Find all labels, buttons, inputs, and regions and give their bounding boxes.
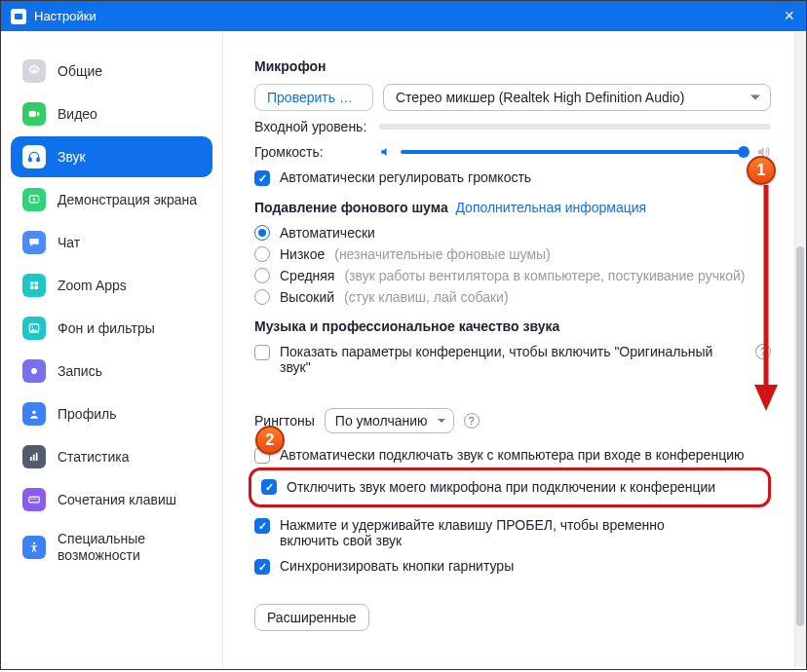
- sidebar-item-label: Запись: [58, 363, 102, 380]
- sidebar-item-recording[interactable]: Запись: [11, 351, 212, 392]
- auto-volume-checkbox[interactable]: [254, 170, 270, 186]
- sidebar-item-background[interactable]: Фон и фильтры: [11, 308, 212, 349]
- svg-point-12: [32, 411, 36, 415]
- accessibility-icon: [22, 536, 46, 559]
- arrow-down-icon: [747, 185, 786, 414]
- speaker-low-icon: [379, 145, 393, 159]
- help-icon[interactable]: ?: [464, 413, 480, 429]
- auto-volume-label: Автоматически регулировать громкость: [280, 169, 531, 185]
- svg-rect-2: [29, 158, 31, 162]
- chevron-down-icon: [438, 419, 445, 423]
- keyboard-icon: [22, 488, 46, 511]
- svg-rect-7: [30, 286, 34, 290]
- noise-option-label: Высокий: [280, 289, 334, 305]
- sidebar-item-zoom-apps[interactable]: Zoom Apps: [11, 265, 212, 306]
- noise-option-medium[interactable]: Средняя (звук работы вентилятора в компь…: [254, 268, 771, 283]
- noise-suppression-heading: Подавление фонового шума Дополнительная …: [254, 200, 771, 215]
- noise-option-label: Низкое: [280, 246, 325, 262]
- share-screen-icon: [22, 188, 46, 211]
- gear-icon: [22, 59, 46, 83]
- sidebar-item-label: Фон и фильтры: [58, 320, 155, 337]
- svg-rect-18: [33, 499, 34, 500]
- svg-rect-5: [30, 281, 34, 285]
- settings-panel: Микрофон Проверить м… Стерео микшер (Rea…: [223, 31, 806, 669]
- mute-on-join-label: Отключить звук моего микрофона при подкл…: [287, 479, 715, 495]
- noise-option-high[interactable]: Высокий (стук клавиш, лай собаки): [254, 289, 771, 305]
- mute-on-join-checkbox[interactable]: [261, 479, 277, 495]
- sidebar-item-audio[interactable]: Звук: [11, 136, 212, 177]
- ringtone-select[interactable]: По умолчанию: [325, 408, 454, 433]
- sync-headset-checkbox[interactable]: [254, 559, 270, 575]
- noise-option-auto[interactable]: Автоматически: [254, 225, 771, 241]
- input-level-meter: [379, 124, 771, 130]
- highlight-mute-on-join: Отключить звук моего микрофона при подкл…: [249, 467, 771, 507]
- noise-more-info-link[interactable]: Дополнительная информация: [455, 200, 646, 215]
- svg-point-11: [31, 368, 37, 374]
- space-unmute-label: Нажмите и удерживайте клавишу ПРОБЕЛ, чт…: [280, 517, 709, 548]
- advanced-button[interactable]: Расширенные: [254, 604, 369, 631]
- close-icon[interactable]: ×: [784, 7, 794, 24]
- app-icon: [11, 9, 26, 24]
- chat-icon: [22, 231, 46, 254]
- volume-slider[interactable]: [401, 150, 748, 154]
- sidebar-item-profile[interactable]: Профиль: [11, 393, 212, 434]
- radio-icon: [254, 246, 270, 262]
- sidebar-item-label: Статистика: [58, 449, 130, 466]
- sidebar-item-label: Профиль: [58, 406, 116, 423]
- sidebar-item-statistics[interactable]: Статистика: [11, 436, 212, 477]
- svg-rect-13: [30, 457, 32, 461]
- svg-point-20: [33, 542, 35, 544]
- background-icon: [22, 317, 46, 340]
- mic-device-select[interactable]: Стерео микшер (Realtek High Definition A…: [383, 84, 771, 111]
- sidebar-item-label: Демонстрация экрана: [58, 192, 197, 208]
- microphone-heading: Микрофон: [254, 58, 771, 74]
- sidebar-item-share-screen[interactable]: Демонстрация экрана: [11, 179, 212, 220]
- sidebar-item-label: Видео: [58, 106, 97, 123]
- title-bar: Настройки ×: [0, 0, 807, 31]
- input-level-label: Входной уровень:: [254, 119, 379, 134]
- svg-marker-22: [754, 385, 778, 411]
- window-body: Общие Видео Звук Демонстрация экрана Чат: [0, 31, 807, 670]
- sidebar-item-accessibility[interactable]: Специальные возможности: [11, 522, 212, 573]
- window-title: Настройки: [34, 9, 96, 23]
- sidebar: Общие Видео Звук Демонстрация экрана Чат: [1, 31, 223, 669]
- noise-option-hint: (звук работы вентилятора в компьютере, п…: [344, 268, 745, 283]
- svg-rect-8: [35, 286, 39, 290]
- scrollbar-track[interactable]: [794, 32, 806, 667]
- original-sound-checkbox[interactable]: [254, 345, 270, 360]
- callout-badge-2: 2: [255, 426, 285, 455]
- sidebar-item-video[interactable]: Видео: [11, 93, 212, 134]
- sidebar-item-label: Звук: [58, 149, 86, 166]
- profile-icon: [22, 402, 46, 426]
- sync-headset-label: Синхронизировать кнопки гарнитуры: [280, 558, 514, 574]
- svg-rect-3: [37, 158, 39, 162]
- radio-icon: [254, 289, 270, 305]
- music-heading: Музыка и профессиональное качество звука: [254, 318, 771, 334]
- radio-icon: [254, 225, 270, 241]
- test-mic-button[interactable]: Проверить м…: [254, 84, 373, 111]
- sidebar-item-general[interactable]: Общие: [11, 51, 212, 92]
- callout-badge-1: 1: [747, 156, 776, 185]
- svg-rect-15: [36, 453, 38, 461]
- apps-icon: [22, 274, 46, 297]
- ringtone-value: По умолчанию: [335, 413, 428, 429]
- space-unmute-checkbox[interactable]: [254, 518, 270, 534]
- sidebar-item-shortcuts[interactable]: Сочетания клавиш: [11, 479, 212, 520]
- record-icon: [22, 359, 46, 383]
- volume-label: Громкость:: [254, 144, 379, 160]
- sidebar-item-chat[interactable]: Чат: [11, 222, 212, 263]
- noise-option-hint: (незначительные фоновые шумы): [334, 246, 551, 262]
- auto-join-audio-label: Автоматически подключать звук с компьюте…: [280, 447, 744, 463]
- sidebar-item-label: Чат: [58, 235, 80, 251]
- stats-icon: [22, 445, 46, 468]
- noise-option-label: Автоматически: [280, 225, 375, 241]
- noise-heading-text: Подавление фонового шума: [254, 200, 448, 215]
- svg-rect-6: [35, 281, 39, 285]
- mic-device-value: Стерео микшер (Realtek High Definition A…: [396, 90, 684, 105]
- scrollbar-thumb[interactable]: [796, 246, 804, 626]
- video-icon: [22, 102, 46, 126]
- svg-rect-14: [33, 455, 35, 461]
- noise-option-low[interactable]: Низкое (незначительные фоновые шумы): [254, 246, 771, 262]
- svg-rect-17: [31, 499, 32, 500]
- sidebar-item-label: Специальные возможности: [58, 531, 201, 564]
